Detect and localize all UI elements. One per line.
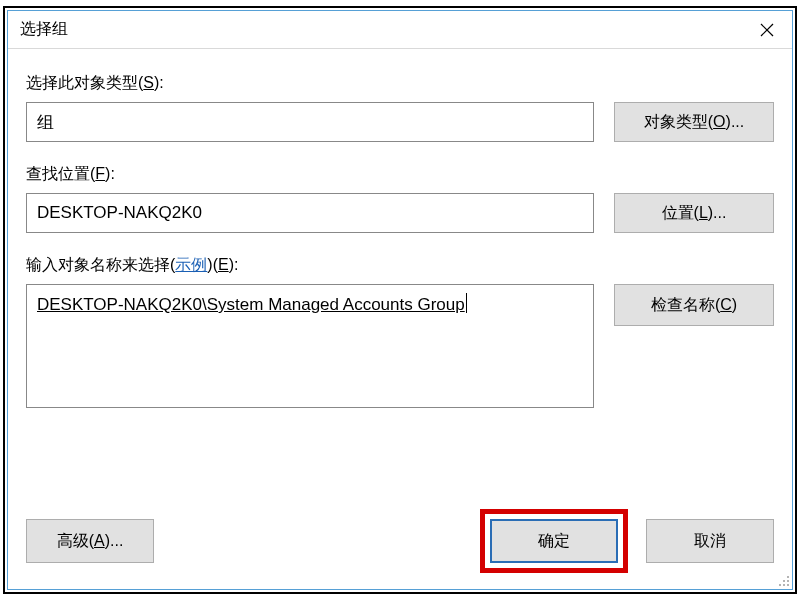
- examples-link[interactable]: 示例: [175, 256, 207, 273]
- object-names-input[interactable]: DESKTOP-NAKQ2K0\System Managed Accounts …: [26, 284, 594, 408]
- object-names-label: 输入对象名称来选择(示例)(E):: [26, 255, 774, 276]
- check-names-button[interactable]: 检查名称(C): [614, 284, 774, 326]
- advanced-button[interactable]: 高级(A)...: [26, 519, 154, 563]
- ok-button[interactable]: 确定: [490, 519, 618, 563]
- titlebar: 选择组: [8, 11, 792, 49]
- object-type-field: 组: [26, 102, 594, 142]
- locations-button[interactable]: 位置(L)...: [614, 193, 774, 233]
- text-caret: [466, 293, 467, 313]
- select-groups-dialog: 选择组 选择此对象类型(S): 组 对象类型(O)... 查找位置(F): DE…: [7, 10, 793, 590]
- location-field: DESKTOP-NAKQ2K0: [26, 193, 594, 233]
- object-type-label: 选择此对象类型(S):: [26, 73, 774, 94]
- location-label: 查找位置(F):: [26, 164, 774, 185]
- close-icon: [760, 23, 774, 37]
- ok-highlight: 确定: [480, 509, 628, 573]
- close-button[interactable]: [742, 12, 792, 48]
- dialog-title: 选择组: [20, 19, 68, 40]
- object-types-button[interactable]: 对象类型(O)...: [614, 102, 774, 142]
- cancel-button[interactable]: 取消: [646, 519, 774, 563]
- resize-grip-icon[interactable]: [775, 572, 789, 586]
